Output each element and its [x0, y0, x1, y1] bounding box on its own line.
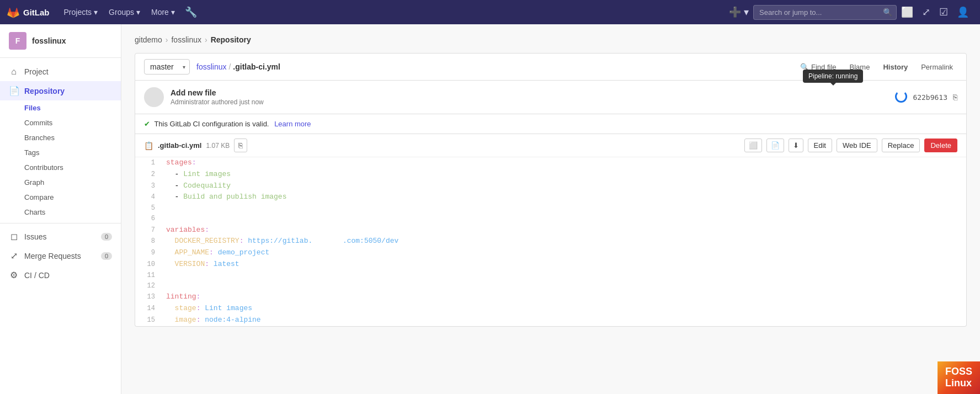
top-navbar: GitLab Projects ▾ Groups ▾ More ▾ 🔧 ➕ ▾ …	[0, 0, 980, 24]
commit-right: Pipeline: running 622b9613 ⎘	[895, 90, 957, 104]
permalink-button[interactable]: Permalink	[917, 61, 957, 73]
line-content: variables:	[162, 225, 966, 236]
line-content: stage: Lint images	[162, 303, 966, 315]
breadcrumb-gitdemo[interactable]: gitdemo	[135, 35, 162, 44]
nav-projects[interactable]: Projects ▾	[58, 8, 104, 17]
line-number: 10	[135, 259, 162, 270]
sidebar-item-contributors[interactable]: Contributors	[24, 160, 121, 175]
issues-icon: ◻	[9, 231, 19, 242]
pipeline-status-wrap: Pipeline: running	[895, 90, 907, 104]
breadcrumb-sep-2: ›	[205, 35, 207, 44]
sidebar-item-cicd-label: CI / CD	[24, 271, 50, 280]
table-row: 1stages:	[135, 157, 966, 169]
copy-hash-button[interactable]: ⎘	[953, 93, 957, 102]
table-row: 5	[135, 203, 966, 214]
sidebar-item-tags[interactable]: Tags	[24, 145, 121, 160]
sidebar-item-commits[interactable]: Commits	[24, 115, 121, 130]
table-row: 14 stage: Lint images	[135, 303, 966, 315]
todo-icon[interactable]: ☑	[935, 6, 952, 18]
sidebar-item-merge-requests[interactable]: ⤢ Merge Requests 0	[0, 246, 121, 265]
raw-button[interactable]: 📄	[766, 139, 784, 152]
replace-button[interactable]: Replace	[882, 139, 920, 152]
app-layout: F fosslinux ⌂ Project 📄 Repository Files	[0, 24, 980, 394]
blame-button[interactable]: Blame	[845, 61, 875, 73]
merge-request-icon[interactable]: ⤢	[918, 6, 935, 18]
sidebar-item-merge-label: Merge Requests	[24, 252, 81, 260]
find-file-button[interactable]: 🔍 Find file	[796, 61, 841, 73]
line-number: 9	[135, 248, 162, 258]
table-row: 10 VERSION: latest	[135, 259, 966, 270]
line-content: - Codequality	[162, 180, 966, 192]
table-row: 12	[135, 281, 966, 291]
sidebar-item-files[interactable]: Files	[24, 100, 121, 115]
line-number: 15	[135, 315, 162, 326]
gitlab-logo-icon	[7, 6, 20, 19]
sidebar-repo-subnav: Files Commits Branches Tags Contributors…	[0, 100, 121, 220]
learn-more-link[interactable]: Learn more	[274, 120, 311, 128]
sidebar-item-branches[interactable]: Branches	[24, 130, 121, 145]
line-number: 5	[135, 203, 162, 214]
line-number: 11	[135, 270, 162, 281]
line-number: 6	[135, 214, 162, 224]
pipeline-running-icon[interactable]	[895, 90, 907, 103]
history-button[interactable]: History	[878, 61, 912, 73]
web-ide-button[interactable]: Web IDE	[837, 139, 877, 152]
repository-icon: 📄	[9, 86, 19, 96]
line-content: stages:	[162, 157, 966, 169]
copy-file-content-button[interactable]: ⎘	[234, 139, 247, 152]
delete-button[interactable]: Delete	[924, 139, 957, 152]
sidebar-item-charts[interactable]: Charts	[24, 205, 121, 220]
table-row: 6	[135, 214, 966, 224]
sidebar-item-cicd[interactable]: ⚙ CI / CD	[0, 265, 121, 285]
user-avatar-icon[interactable]: 👤	[952, 6, 973, 18]
file-path-part1[interactable]: fosslinux	[196, 62, 226, 71]
sidebar-item-project-label: Project	[24, 67, 49, 76]
sidebar-item-project[interactable]: ⌂ Project	[0, 62, 121, 81]
line-number: 7	[135, 225, 162, 236]
commit-message: Add new file	[171, 88, 888, 97]
commit-details: Add new file Administrator authored just…	[171, 88, 888, 106]
line-number: 12	[135, 281, 162, 291]
nav-groups[interactable]: Groups ▾	[103, 8, 146, 17]
sidebar-item-issues-label: Issues	[24, 232, 46, 241]
commit-author: Administrator authored just now	[171, 98, 888, 106]
line-content: - Lint images	[162, 169, 966, 180]
edit-button[interactable]: Edit	[808, 139, 832, 152]
plus-create-icon[interactable]: ➕ ▾	[725, 6, 753, 18]
nav-more[interactable]: More ▾	[146, 8, 180, 17]
line-number: 2	[135, 169, 162, 180]
issues-badge: 0	[101, 233, 112, 241]
file-icon: 📋	[144, 141, 153, 150]
check-icon: ✔	[144, 120, 150, 128]
table-row: 2 - Lint images	[135, 169, 966, 180]
branch-select[interactable]: master	[144, 59, 190, 74]
wrench-icon[interactable]: 🔧	[180, 6, 201, 18]
sidebar-item-graph[interactable]: Graph	[24, 175, 121, 190]
brand-logo[interactable]: GitLab	[7, 6, 50, 19]
line-content: APP_NAME: demo_project	[162, 247, 966, 259]
download-button[interactable]: ⬇	[789, 139, 803, 152]
sidebar-divider	[0, 223, 121, 223]
line-number: 1	[135, 158, 162, 168]
code-panel: 📋 .gitlab-ci.yml 1.07 KB ⎘ ⬜ 📄 ⬇ Edit We…	[135, 134, 967, 327]
file-path-separator: /	[228, 62, 231, 71]
sidebar-item-compare[interactable]: Compare	[24, 190, 121, 205]
sidebar-item-issues[interactable]: ◻ Issues 0	[0, 227, 121, 246]
file-header-bar: master ▾ fosslinux / .gitlab-ci.yml 🔍 Fi…	[135, 53, 967, 81]
sidebar-item-repository[interactable]: 📄 Repository	[0, 81, 121, 100]
merge-badge: 0	[101, 252, 112, 260]
line-number: 8	[135, 236, 162, 247]
expand-icon[interactable]: ⬜	[897, 6, 918, 18]
table-row: 9 APP_NAME: demo_project	[135, 247, 966, 259]
table-row: 7variables:	[135, 225, 966, 236]
ci-valid-banner: ✔ This GitLab CI configuration is valid.…	[135, 114, 967, 134]
code-filename: .gitlab-ci.yml	[158, 141, 201, 150]
breadcrumb-fosslinux[interactable]: fosslinux	[171, 35, 201, 44]
code-panel-actions: ⬜ 📄 ⬇ Edit Web IDE Replace Delete	[744, 139, 957, 152]
search-input[interactable]	[753, 5, 897, 20]
commit-hash: 622b9613	[913, 93, 947, 102]
commit-avatar	[144, 87, 164, 107]
normal-view-button[interactable]: ⬜	[744, 139, 762, 152]
line-content: DOCKER_REGISTRY: https://gitlab. .com:50…	[162, 236, 966, 247]
main-content: gitdemo › fosslinux › Repository master …	[121, 24, 980, 394]
